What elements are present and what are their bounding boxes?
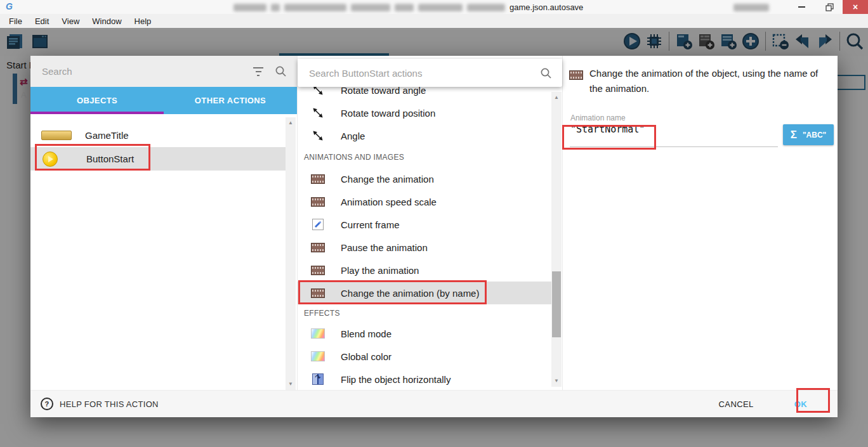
sigma-icon: Σ [791, 129, 797, 141]
action-row[interactable]: Pause the animation [298, 236, 551, 259]
action-label: Flip the object horizontally [341, 374, 450, 385]
minimize-icon [798, 6, 805, 8]
action-label: Rotate toward position [341, 108, 435, 119]
section-header: EFFECTS [298, 304, 551, 322]
expression-button-label: "ABC" [803, 131, 826, 139]
film-strip-icon [311, 266, 325, 275]
search-icon [540, 67, 552, 79]
action-label: Change the animation (by name) [341, 288, 479, 299]
action-row[interactable]: Play the animation [298, 259, 551, 282]
action-row[interactable]: ↷ Flip the object horizontally [298, 368, 551, 391]
action-description: Change the animation of the object, usin… [569, 66, 832, 96]
action-row[interactable]: Global color [298, 345, 551, 368]
object-panel-tabs: OBJECTS OTHER ACTIONS [30, 87, 297, 114]
action-label: Current frame [341, 219, 400, 230]
menu-view[interactable]: View [55, 16, 86, 26]
rainbow-color-icon [311, 328, 325, 339]
menu-help[interactable]: Help [128, 16, 158, 26]
film-strip-icon [311, 174, 325, 184]
field-underline [570, 146, 778, 147]
objects-search-bar [30, 56, 297, 87]
objects-search-input[interactable] [41, 65, 244, 77]
menu-bar: File Edit View Window Help [0, 14, 868, 28]
play-button-thumbnail-icon [43, 152, 58, 167]
help-label: HELP FOR THIS ACTION [60, 399, 159, 409]
action-row[interactable]: Angle [298, 124, 551, 147]
rainbow-color-icon [311, 351, 325, 361]
actions-search-bar [298, 59, 562, 87]
window-title-text: game.json.autosave [510, 3, 583, 12]
expression-builder-button[interactable]: Σ "ABC" [783, 124, 834, 145]
actions-panel: Rotate toward angle Rotate toward positi… [297, 56, 562, 390]
frame-paint-icon [312, 219, 324, 230]
redacted-title-segment [418, 4, 463, 11]
section-header: ANIMATIONS AND IMAGES [298, 148, 551, 166]
object-label: GameTitle [85, 130, 129, 141]
list-item-buttonstart[interactable]: ButtonStart [30, 147, 286, 171]
menu-edit[interactable]: Edit [29, 16, 55, 26]
action-detail-panel: Change the animation of the object, usin… [562, 56, 838, 390]
objects-panel: OBJECTS OTHER ACTIONS GameTitle ButtonSt… [30, 56, 297, 390]
restore-button[interactable] [816, 0, 843, 14]
restore-icon [825, 3, 834, 11]
cancel-button[interactable]: CANCEL [715, 399, 758, 410]
redacted-title-segment [395, 4, 414, 11]
redacted-title-segment [351, 4, 390, 11]
redacted-title-segment [271, 4, 280, 11]
action-label: Pause the animation [341, 242, 428, 253]
close-button[interactable]: × [843, 0, 868, 14]
rotate-arrows-icon [312, 107, 324, 119]
action-label: Global color [341, 351, 391, 362]
tab-other-actions[interactable]: OTHER ACTIONS [164, 87, 297, 114]
action-row[interactable]: Rotate toward position [298, 101, 551, 124]
objects-scrollbar[interactable]: ▲ ▼ [286, 117, 296, 390]
filter-icon[interactable] [253, 67, 263, 76]
film-strip-icon [311, 243, 325, 252]
film-strip-icon [311, 197, 325, 207]
film-strip-icon [569, 70, 583, 80]
action-label: Blend mode [341, 328, 391, 339]
action-label: Play the animation [341, 265, 419, 276]
scrollbar-thumb[interactable] [552, 271, 561, 337]
action-row-selected[interactable]: Change the animation (by name) [298, 282, 551, 304]
scroll-down-icon[interactable]: ▼ [551, 377, 562, 385]
scroll-down-icon[interactable]: ▼ [286, 380, 296, 389]
title-bar: G game.json.autosave × [0, 0, 868, 15]
close-icon: × [853, 2, 858, 12]
help-for-this-action-link[interactable]: ? HELP FOR THIS ACTION [41, 398, 159, 410]
rotate-arrows-icon [312, 129, 324, 142]
action-label: Animation speed scale [341, 197, 437, 207]
active-tab-indicator [30, 112, 164, 114]
object-label: ButtonStart [86, 153, 134, 164]
animation-name-label: Animation name [570, 113, 626, 122]
action-row[interactable]: Current frame [298, 213, 551, 236]
scroll-up-icon[interactable]: ▲ [551, 93, 562, 102]
action-description-text: Change the animation of the object, usin… [589, 66, 825, 96]
search-icon [275, 65, 287, 77]
actions-scrollbar[interactable]: ▲ ▼ [551, 92, 562, 387]
animation-name-value[interactable]: "StartNormal" [570, 124, 645, 135]
action-label: Change the animation [341, 174, 434, 185]
question-mark-icon: ? [41, 398, 53, 410]
list-item-gametitle[interactable]: GameTitle [30, 124, 286, 147]
game-title-thumbnail-icon [41, 131, 72, 140]
dialog-footer: ? HELP FOR THIS ACTION CANCEL OK [30, 390, 838, 417]
ok-button[interactable]: OK [791, 399, 811, 410]
action-label: Angle [341, 131, 365, 141]
gdevelop-logo-icon: G [6, 1, 13, 11]
actions-search-input[interactable] [308, 67, 534, 79]
action-row[interactable]: Change the animation [298, 167, 551, 190]
redacted-title-segment [284, 4, 346, 11]
menu-file[interactable]: File [3, 16, 29, 26]
action-row[interactable]: Blend mode [298, 322, 551, 345]
flip-horizontal-icon: ↷ [312, 373, 324, 385]
instruction-editor-dialog: OBJECTS OTHER ACTIONS GameTitle ButtonSt… [30, 56, 838, 417]
redacted-title-segment [467, 4, 505, 11]
scroll-up-icon[interactable]: ▲ [286, 119, 296, 127]
minimize-button[interactable] [788, 0, 815, 14]
window-title: game.json.autosave [233, 3, 769, 12]
action-row[interactable]: Animation speed scale [298, 190, 551, 213]
menu-window[interactable]: Window [86, 16, 128, 26]
redacted-title-segment [733, 4, 769, 11]
tab-objects[interactable]: OBJECTS [30, 87, 164, 114]
